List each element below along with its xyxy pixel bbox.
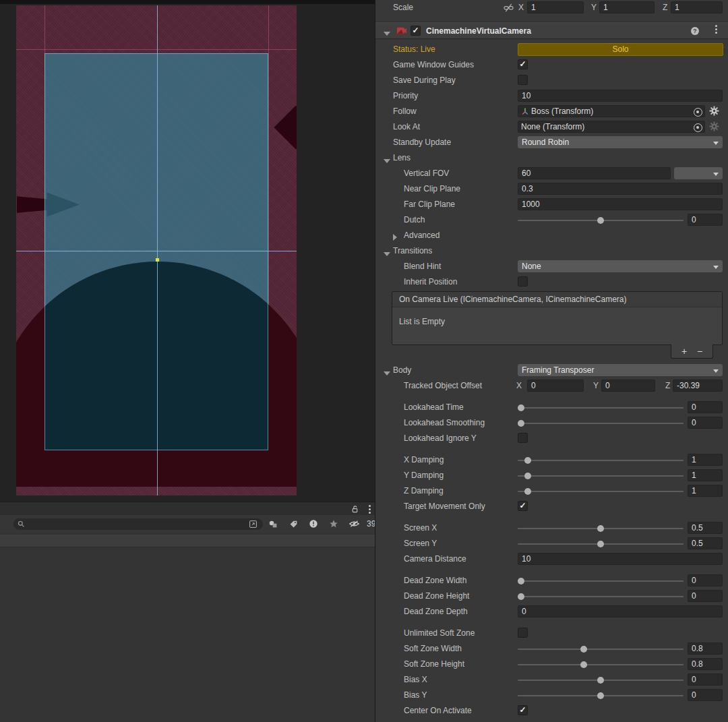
slider-value-field[interactable]: 0 bbox=[688, 214, 723, 226]
inspector-row-advanced: Advanced bbox=[375, 228, 728, 243]
frame-select-icon[interactable] bbox=[245, 518, 260, 531]
row-label: Bias X bbox=[404, 675, 427, 684]
slider-knob[interactable] bbox=[524, 488, 531, 495]
object-field[interactable]: Boss (Transform) bbox=[518, 105, 705, 117]
checkbox[interactable]: ✓ bbox=[518, 501, 528, 511]
checkbox[interactable] bbox=[518, 75, 528, 85]
slider-knob[interactable] bbox=[597, 692, 604, 699]
slider-track[interactable] bbox=[518, 664, 684, 665]
slider-knob[interactable] bbox=[597, 677, 604, 684]
kebab-menu-icon[interactable] bbox=[369, 508, 371, 510]
slider-knob[interactable] bbox=[518, 420, 524, 427]
gear-icon[interactable] bbox=[709, 106, 720, 117]
inspector-row-event: On Camera Live (ICinemachineCamera, ICin… bbox=[375, 290, 728, 363]
favorites-star-icon[interactable] bbox=[326, 517, 341, 531]
shapes-icon[interactable] bbox=[266, 517, 280, 531]
value-field[interactable]: 10 bbox=[518, 90, 723, 102]
slider-track[interactable] bbox=[518, 543, 684, 545]
slider-track[interactable] bbox=[518, 407, 684, 409]
slider-track[interactable] bbox=[518, 491, 684, 492]
slider-value-field[interactable]: 0 bbox=[688, 401, 723, 413]
slider-value-field[interactable]: 1 bbox=[688, 485, 723, 497]
z-field[interactable]: -30.39 bbox=[673, 380, 723, 392]
slider-value-field[interactable]: 0 bbox=[688, 574, 723, 586]
slider-knob[interactable] bbox=[524, 473, 531, 479]
dropdown[interactable]: Round Robin bbox=[518, 136, 723, 148]
tag-icon[interactable] bbox=[286, 517, 301, 531]
value-field[interactable]: 60 bbox=[518, 167, 671, 179]
slider-track[interactable] bbox=[518, 475, 684, 477]
fov-mode-dropdown[interactable] bbox=[674, 167, 723, 179]
scale-y-field[interactable]: 1 bbox=[599, 1, 655, 13]
remove-event-button[interactable]: − bbox=[697, 345, 702, 357]
object-field[interactable]: None (Transform) bbox=[518, 121, 705, 133]
object-picker-icon[interactable] bbox=[694, 108, 702, 117]
foldout-icon[interactable] bbox=[384, 249, 390, 258]
warning-icon[interactable] bbox=[306, 517, 321, 531]
solo-button[interactable]: Solo bbox=[518, 43, 723, 56]
help-icon[interactable]: ? bbox=[690, 26, 700, 36]
slider-track[interactable] bbox=[518, 220, 684, 221]
slider-knob[interactable] bbox=[580, 661, 587, 668]
value-field[interactable]: 10 bbox=[518, 553, 723, 565]
slider-track[interactable] bbox=[518, 695, 684, 696]
value-field[interactable]: 0 bbox=[518, 605, 723, 618]
gear-icon[interactable] bbox=[709, 121, 720, 132]
slider-track[interactable] bbox=[518, 423, 684, 424]
slider-knob[interactable] bbox=[597, 217, 604, 224]
slider-knob[interactable] bbox=[518, 578, 524, 584]
slider-value-field[interactable]: 0 bbox=[688, 590, 723, 602]
slider-value-field[interactable]: 1 bbox=[688, 454, 723, 466]
slider-value-field[interactable]: 0.5 bbox=[688, 537, 723, 549]
component-menu-icon[interactable] bbox=[715, 28, 717, 30]
slider-track[interactable] bbox=[518, 528, 684, 529]
lock-icon[interactable] bbox=[347, 502, 362, 516]
slider-track[interactable] bbox=[518, 649, 684, 650]
slider-knob[interactable] bbox=[580, 646, 587, 653]
search-input-wrap[interactable] bbox=[13, 518, 263, 530]
slider-value-field[interactable]: 0.5 bbox=[688, 522, 723, 534]
slider-track[interactable] bbox=[518, 680, 684, 681]
foldout-icon[interactable] bbox=[393, 233, 397, 243]
value-field[interactable]: 0.3 bbox=[518, 183, 723, 195]
slider-track[interactable] bbox=[518, 460, 684, 461]
scale-x-field[interactable]: 1 bbox=[527, 1, 584, 13]
game-render-area[interactable] bbox=[16, 5, 297, 495]
scene-visibility-icon[interactable] bbox=[346, 517, 361, 531]
foldout-icon[interactable] bbox=[384, 156, 390, 165]
slider-value-field[interactable]: 1 bbox=[688, 469, 723, 481]
slider-value-field[interactable]: 0 bbox=[688, 673, 723, 686]
add-event-button[interactable]: + bbox=[681, 345, 687, 357]
checkbox[interactable]: ✓ bbox=[518, 59, 528, 69]
slider-knob[interactable] bbox=[518, 593, 524, 600]
slider-track[interactable] bbox=[518, 580, 684, 582]
slider-knob[interactable] bbox=[524, 457, 531, 464]
checkbox[interactable] bbox=[518, 628, 528, 638]
slider-track[interactable] bbox=[518, 596, 684, 597]
scale-z-field[interactable]: 1 bbox=[671, 1, 723, 13]
inspector-row-dutch: Dutch 0 bbox=[375, 212, 728, 228]
slider-value-field[interactable]: 0.8 bbox=[688, 642, 723, 655]
y-field[interactable]: 0 bbox=[601, 380, 655, 392]
component-foldout-icon[interactable] bbox=[384, 28, 390, 38]
value-field[interactable]: 1000 bbox=[518, 198, 723, 210]
component-header[interactable]: ✓ CinemachineVirtualCamera ? bbox=[375, 22, 728, 39]
foldout-icon[interactable] bbox=[384, 368, 390, 378]
x-field[interactable]: 0 bbox=[527, 380, 584, 392]
scene-viewport[interactable] bbox=[0, 4, 375, 502]
slider-value-field[interactable]: 0 bbox=[688, 689, 723, 701]
search-input[interactable] bbox=[25, 520, 245, 529]
slider-value-field[interactable]: 0.8 bbox=[688, 658, 723, 670]
checkbox[interactable]: ✓ bbox=[518, 705, 528, 715]
slider-value-field[interactable]: 0 bbox=[688, 417, 723, 429]
unlink-constraint-icon[interactable] bbox=[504, 3, 514, 13]
checkbox[interactable] bbox=[518, 276, 528, 287]
slider-knob[interactable] bbox=[597, 541, 604, 547]
object-picker-icon[interactable] bbox=[694, 123, 702, 132]
body-dropdown[interactable]: Framing Transposer bbox=[518, 364, 723, 376]
slider-knob[interactable] bbox=[518, 404, 524, 411]
slider-knob[interactable] bbox=[597, 525, 604, 532]
dropdown[interactable]: None bbox=[518, 260, 723, 272]
component-enabled-checkbox[interactable]: ✓ bbox=[411, 26, 421, 36]
checkbox[interactable] bbox=[518, 433, 528, 443]
